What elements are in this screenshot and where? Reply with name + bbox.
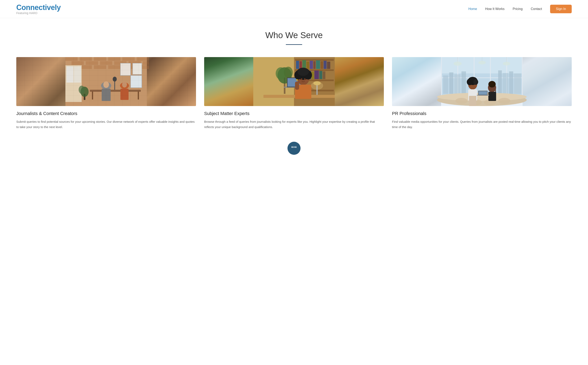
nav-home[interactable]: Home (468, 7, 477, 11)
svg-point-25 (101, 82, 111, 89)
section-title: Who We Serve (16, 30, 572, 40)
svg-rect-10 (114, 61, 127, 65)
svg-rect-61 (319, 71, 322, 79)
svg-rect-23 (92, 91, 93, 99)
svg-rect-35 (130, 76, 142, 88)
logo-name: Connectively (16, 3, 61, 12)
card-journalists: Journalists & Content Creators Submit qu… (16, 57, 196, 129)
svg-rect-98 (498, 70, 502, 94)
svg-rect-11 (129, 61, 141, 65)
svg-rect-19 (65, 65, 82, 102)
svg-rect-80 (295, 82, 299, 90)
card-pr-desc: Find valuable media opportunities for yo… (392, 119, 572, 129)
svg-rect-101 (514, 73, 521, 94)
svg-rect-48 (307, 62, 309, 69)
card-pr: PR Professionals Find valuable media opp… (392, 57, 572, 129)
svg-rect-99 (503, 73, 508, 94)
svg-rect-126 (479, 91, 487, 95)
svg-rect-36 (84, 94, 85, 100)
svg-point-37 (81, 87, 89, 97)
svg-rect-41 (295, 59, 334, 61)
svg-rect-14 (80, 65, 92, 69)
svg-point-122 (488, 81, 496, 87)
svg-rect-97 (461, 71, 466, 94)
nav-how-it-works[interactable]: How It Works (485, 7, 505, 11)
svg-rect-94 (443, 76, 448, 94)
svg-rect-18 (137, 65, 149, 69)
card-image-experts (204, 57, 384, 106)
svg-rect-53 (323, 61, 327, 69)
card-journalists-title: Journalists & Content Creators (16, 111, 196, 116)
main-content: Who We Serve (0, 18, 588, 171)
quote-icon: ““ (291, 145, 297, 151)
logo-subtitle: Featuring HARO (16, 11, 37, 15)
svg-rect-51 (316, 60, 320, 69)
site-header: Connectively Featuring HARO Home How It … (0, 0, 588, 18)
svg-point-103 (453, 62, 462, 66)
svg-rect-60 (314, 70, 319, 79)
svg-rect-49 (310, 61, 313, 69)
svg-point-30 (122, 82, 127, 87)
svg-rect-0 (65, 57, 147, 106)
svg-point-83 (311, 82, 323, 90)
svg-rect-5 (123, 57, 135, 61)
svg-rect-15 (94, 65, 106, 69)
svg-point-107 (503, 62, 510, 65)
card-experts: Subject Matter Experts Browse through a … (204, 57, 384, 129)
svg-rect-100 (509, 71, 513, 94)
svg-rect-17 (123, 65, 135, 69)
svg-rect-12 (143, 61, 149, 65)
svg-rect-6 (137, 57, 149, 61)
section-divider (286, 44, 302, 45)
svg-point-38 (79, 86, 85, 94)
sign-in-button[interactable]: Sign In (550, 5, 572, 13)
svg-point-27 (103, 81, 109, 88)
svg-rect-7 (72, 61, 84, 65)
svg-rect-9 (100, 61, 112, 65)
svg-point-116 (467, 79, 472, 85)
svg-point-77 (304, 78, 306, 80)
svg-point-117 (473, 79, 478, 85)
card-image-journalists (16, 57, 196, 106)
svg-rect-47 (302, 60, 306, 69)
svg-point-113 (498, 98, 510, 104)
svg-point-66 (284, 67, 293, 78)
svg-rect-21 (74, 66, 81, 83)
svg-point-105 (479, 61, 486, 64)
svg-rect-8 (86, 61, 98, 65)
svg-rect-16 (108, 65, 120, 69)
svg-point-28 (120, 82, 129, 89)
svg-rect-31 (114, 79, 115, 90)
nav-contact[interactable]: Contact (531, 7, 542, 11)
svg-point-32 (113, 77, 117, 82)
svg-rect-95 (449, 72, 453, 94)
svg-rect-45 (296, 61, 299, 69)
card-image-pr (392, 57, 572, 106)
svg-rect-52 (321, 61, 323, 69)
svg-rect-24 (138, 91, 139, 99)
logo: Connectively Featuring HARO (16, 3, 61, 15)
svg-point-75 (297, 68, 309, 76)
svg-rect-1 (65, 57, 78, 61)
svg-rect-34 (133, 63, 142, 74)
card-pr-title: PR Professionals (392, 111, 572, 116)
svg-rect-33 (120, 63, 130, 76)
svg-rect-13 (65, 65, 78, 69)
svg-rect-54 (327, 62, 330, 69)
svg-rect-4 (108, 57, 120, 61)
svg-rect-46 (300, 61, 302, 69)
card-experts-title: Subject Matter Experts (204, 111, 384, 116)
nav-pricing[interactable]: Pricing (513, 7, 523, 11)
svg-rect-26 (102, 89, 111, 101)
quote-button-container: ““ (16, 142, 572, 155)
svg-rect-123 (488, 92, 496, 101)
quote-button[interactable]: ““ (287, 142, 301, 155)
svg-point-110 (455, 98, 468, 104)
main-nav: Home How It Works Pricing Contact Sign I… (468, 5, 572, 13)
svg-rect-22 (90, 90, 141, 92)
svg-point-76 (301, 78, 302, 80)
svg-rect-50 (313, 61, 316, 69)
svg-rect-29 (120, 89, 129, 100)
card-journalists-desc: Submit queries to find potential sources… (16, 119, 196, 129)
svg-rect-62 (323, 71, 325, 79)
